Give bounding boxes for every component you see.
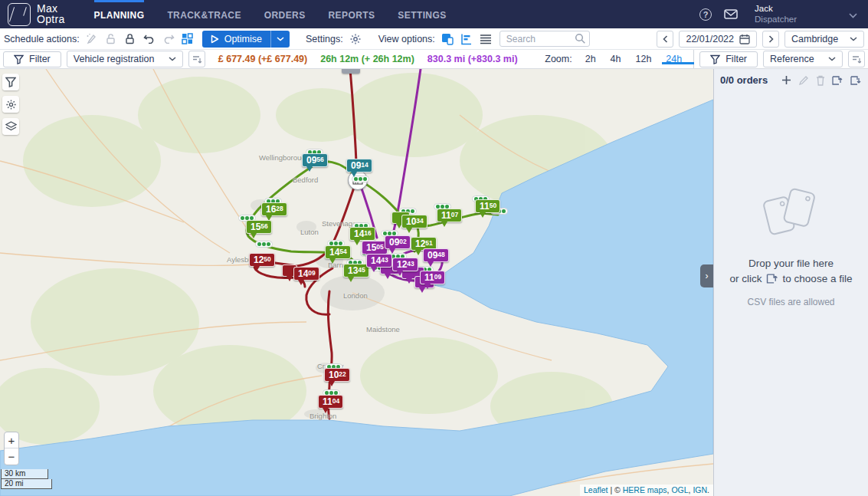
panel-collapse-handle[interactable]: › xyxy=(700,264,713,287)
route-stop-badge-0956[interactable]: 0956 xyxy=(302,153,328,167)
orders-sort-select[interactable]: Reference xyxy=(763,51,843,67)
edit-order-icon[interactable] xyxy=(798,75,809,86)
optimise-button[interactable]: Optimise xyxy=(202,31,270,48)
route-stop-badge-1107[interactable]: 1107 xyxy=(437,209,462,222)
redo-icon[interactable] xyxy=(162,32,175,46)
route-stop-badge-0948[interactable]: 0948 xyxy=(423,248,449,262)
dropzone-click-pre: or click xyxy=(730,273,762,284)
orders-sort-direction-button[interactable] xyxy=(848,51,865,67)
route-stop-badge-1250[interactable]: 1250 xyxy=(249,253,275,267)
route-stop-badge-1409[interactable]: 1409 xyxy=(293,267,319,281)
auto-assign-icon[interactable] xyxy=(85,32,99,46)
orders-filter-button[interactable]: Filter xyxy=(699,51,758,67)
nav-reports[interactable]: REPORTS xyxy=(329,0,375,28)
map-filter-icon[interactable] xyxy=(2,74,19,90)
app-logo[interactable]: Max Optra xyxy=(0,0,73,28)
route-stop-badge-1104[interactable]: 1104 xyxy=(318,395,343,409)
date-value: 22/01/2022 xyxy=(686,34,734,44)
next-day-button[interactable] xyxy=(762,31,779,48)
user-menu[interactable]: Jack Dispatcher xyxy=(755,4,797,24)
ign-link[interactable]: IGN xyxy=(693,485,707,494)
total-cost: £ 677.49 (+£ 677.49) xyxy=(218,54,307,64)
add-order-icon[interactable] xyxy=(781,75,791,85)
map-layers-icon[interactable] xyxy=(2,118,19,135)
route-stop-badge-1628[interactable]: 1628 xyxy=(261,202,287,216)
route-stop-badge-1443[interactable]: 1443 xyxy=(366,254,392,268)
route-stop-badge-1022[interactable]: 1022 xyxy=(324,368,350,382)
route-stop-badge-1034[interactable]: 1034 xyxy=(401,215,427,228)
optimise-split-button: Optimise xyxy=(202,31,290,48)
funnel-icon xyxy=(710,54,720,64)
optimise-dropdown-button[interactable] xyxy=(270,31,290,48)
logo-icon xyxy=(8,3,31,26)
date-picker[interactable]: 22/01/2022 xyxy=(679,31,757,48)
scale-mi: 20 mi xyxy=(1,479,52,489)
choose-file-icon[interactable] xyxy=(766,273,779,284)
here-maps-link[interactable]: HERE maps xyxy=(623,485,667,494)
top-bar: Max Optra PLANNINGTRACK&TRACEORDERSREPOR… xyxy=(0,0,868,28)
route-stop-badge-1416[interactable]: 1416 xyxy=(349,227,375,241)
nav-track-trace[interactable]: TRACK&TRACE xyxy=(167,0,241,28)
route-stop-badge-1454[interactable]: 1454 xyxy=(325,245,351,259)
route-stop-badge-1345[interactable]: 1345 xyxy=(343,264,369,278)
prev-day-button[interactable] xyxy=(657,31,673,48)
nav-planning[interactable]: PLANNING xyxy=(94,0,145,28)
nav-orders[interactable]: ORDERS xyxy=(264,0,306,28)
lock-icon[interactable] xyxy=(123,32,137,46)
files-icon xyxy=(765,189,818,238)
chevron-down-icon xyxy=(277,37,284,41)
route-stop-badge-1243[interactable]: 1243 xyxy=(392,258,418,271)
map[interactable]: WellingboroughBedfordStevenageLutonAyles… xyxy=(0,69,713,496)
depot-select[interactable]: Cambridge xyxy=(784,31,864,48)
zoom-option-12h[interactable]: 12h xyxy=(634,54,653,64)
unlock-icon[interactable] xyxy=(104,32,118,46)
optimise-label: Optimise xyxy=(224,34,262,44)
topbar-right: ? Jack Dispatcher xyxy=(699,0,868,28)
zoom-option-24h[interactable]: 24h xyxy=(664,54,683,64)
zoom-in-button[interactable]: + xyxy=(5,432,18,448)
export-orders-icon[interactable] xyxy=(832,75,843,86)
route-stop-badge-1109[interactable]: 1109 xyxy=(420,271,445,284)
view-map-split-icon[interactable] xyxy=(441,32,454,46)
toolbar-divider xyxy=(693,50,694,68)
funnel-icon xyxy=(14,54,24,64)
route-stop-badge-1505[interactable]: 1505 xyxy=(362,241,388,255)
grid-schedule-icon[interactable] xyxy=(181,32,195,46)
map-settings-icon[interactable] xyxy=(2,96,19,113)
user-chevron-down-icon[interactable] xyxy=(849,8,857,21)
undo-icon[interactable] xyxy=(142,32,156,46)
file-dropzone[interactable]: Drop your file here or click to choose a… xyxy=(714,189,868,307)
view-gantt-icon[interactable] xyxy=(460,32,473,46)
vehicles-filter-button[interactable]: Filter xyxy=(3,51,61,67)
chevron-down-icon xyxy=(850,37,857,41)
depot-select-value: Cambridge xyxy=(791,34,838,44)
zoom-out-button[interactable]: − xyxy=(5,448,18,465)
view-table-icon[interactable] xyxy=(479,32,493,46)
zoom-options: 2h4h12h24h xyxy=(584,54,684,64)
timeline-drag-handle[interactable] xyxy=(342,69,360,74)
dropzone-click-post: to choose a file xyxy=(783,273,853,284)
orders-sort-value: Reference xyxy=(770,54,814,64)
route-stop-badge-1556[interactable]: 1556 xyxy=(246,220,272,234)
import-orders-icon[interactable] xyxy=(850,75,862,86)
dropzone-subtitle: or click to choose a file xyxy=(730,273,853,284)
ogl-link[interactable]: OGL xyxy=(671,485,688,494)
zoom-option-2h[interactable]: 2h xyxy=(584,54,598,64)
delete-order-icon[interactable] xyxy=(816,75,825,86)
mail-icon[interactable] xyxy=(724,8,738,21)
route-stop-badge-0902[interactable]: 0902 xyxy=(385,235,411,249)
vehicle-sort-select[interactable]: Vehicle registration xyxy=(67,51,183,67)
route-stop-badge-1150[interactable]: 1150 xyxy=(475,199,500,213)
zoom-label: Zoom: xyxy=(545,54,572,64)
map-tools xyxy=(2,74,19,135)
actions-toolbar: Schedule actions: Optimise Settings: Vie… xyxy=(0,28,868,50)
search-icon[interactable] xyxy=(575,33,586,48)
leaflet-link[interactable]: Leaflet xyxy=(584,485,608,494)
scale-km: 30 km xyxy=(1,469,48,479)
help-icon[interactable]: ? xyxy=(699,8,712,21)
vehicle-sort-direction-button[interactable] xyxy=(188,51,205,67)
nav-settings[interactable]: SETTINGS xyxy=(398,0,446,28)
gear-icon[interactable] xyxy=(349,32,362,46)
route-stop-badge-0914[interactable]: 0914 xyxy=(346,159,372,172)
zoom-option-4h[interactable]: 4h xyxy=(609,54,623,64)
